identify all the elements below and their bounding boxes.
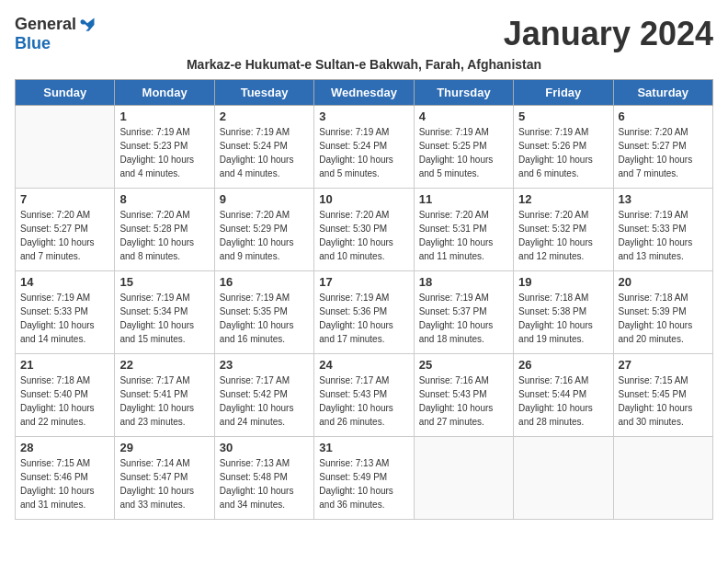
page-container: General Blue January 2024 Markaz-e Hukum… (15, 15, 713, 520)
day-number: 26 (518, 358, 608, 372)
day-cell: 31Sunrise: 7:13 AM Sunset: 5:49 PM Dayli… (314, 437, 414, 520)
day-number: 22 (119, 358, 209, 372)
week-row-2: 7Sunrise: 7:20 AM Sunset: 5:27 PM Daylig… (16, 189, 713, 271)
day-number: 21 (20, 358, 109, 372)
week-row-4: 21Sunrise: 7:18 AM Sunset: 5:40 PM Dayli… (16, 354, 713, 437)
day-cell (613, 437, 712, 520)
month-title: January 2024 (504, 15, 713, 53)
day-cell: 21Sunrise: 7:18 AM Sunset: 5:40 PM Dayli… (16, 354, 115, 437)
day-cell: 5Sunrise: 7:19 AM Sunset: 5:26 PM Daylig… (514, 106, 613, 189)
day-info: Sunrise: 7:19 AM Sunset: 5:25 PM Dayligh… (419, 125, 508, 180)
calendar-header: Sunday Monday Tuesday Wednesday Thursday… (16, 80, 713, 106)
logo-blue-text: Blue (15, 34, 51, 53)
day-number: 13 (619, 192, 708, 206)
day-number: 28 (20, 441, 109, 454)
day-cell: 17Sunrise: 7:19 AM Sunset: 5:36 PM Dayli… (314, 271, 414, 354)
col-tuesday: Tuesday (214, 80, 313, 106)
day-info: Sunrise: 7:19 AM Sunset: 5:26 PM Dayligh… (518, 125, 608, 180)
day-number: 17 (319, 275, 408, 289)
day-cell: 27Sunrise: 7:15 AM Sunset: 5:45 PM Dayli… (613, 354, 712, 437)
day-number: 14 (20, 275, 109, 289)
day-number: 3 (319, 109, 408, 123)
day-info: Sunrise: 7:19 AM Sunset: 5:33 PM Dayligh… (619, 208, 708, 263)
subtitle: Markaz-e Hukumat-e Sultan-e Bakwah, Fara… (15, 57, 713, 72)
day-info: Sunrise: 7:19 AM Sunset: 5:36 PM Dayligh… (319, 291, 408, 346)
day-number: 9 (220, 192, 309, 206)
day-number: 29 (119, 441, 209, 454)
day-cell: 16Sunrise: 7:19 AM Sunset: 5:35 PM Dayli… (214, 271, 313, 354)
header-row: Sunday Monday Tuesday Wednesday Thursday… (16, 80, 713, 106)
day-cell (414, 437, 513, 520)
day-cell: 7Sunrise: 7:20 AM Sunset: 5:27 PM Daylig… (16, 189, 115, 271)
day-cell: 24Sunrise: 7:17 AM Sunset: 5:43 PM Dayli… (314, 354, 414, 437)
day-cell: 20Sunrise: 7:18 AM Sunset: 5:39 PM Dayli… (613, 271, 712, 354)
day-cell (514, 437, 613, 520)
day-cell: 3Sunrise: 7:19 AM Sunset: 5:24 PM Daylig… (314, 106, 414, 189)
day-info: Sunrise: 7:16 AM Sunset: 5:44 PM Dayligh… (518, 373, 608, 429)
day-number: 23 (220, 358, 309, 372)
day-cell: 11Sunrise: 7:20 AM Sunset: 5:31 PM Dayli… (414, 189, 513, 271)
logo-general-text: General (15, 15, 76, 34)
calendar-table: Sunday Monday Tuesday Wednesday Thursday… (15, 79, 713, 520)
day-number: 25 (419, 358, 508, 372)
day-info: Sunrise: 7:19 AM Sunset: 5:23 PM Dayligh… (119, 125, 209, 180)
day-cell: 25Sunrise: 7:16 AM Sunset: 5:43 PM Dayli… (414, 354, 513, 437)
day-cell: 10Sunrise: 7:20 AM Sunset: 5:30 PM Dayli… (314, 189, 414, 271)
day-cell: 18Sunrise: 7:19 AM Sunset: 5:37 PM Dayli… (414, 271, 513, 354)
day-number: 8 (119, 192, 209, 206)
day-number: 6 (619, 109, 708, 123)
day-info: Sunrise: 7:17 AM Sunset: 5:42 PM Dayligh… (220, 373, 309, 429)
day-info: Sunrise: 7:19 AM Sunset: 5:35 PM Dayligh… (220, 291, 309, 346)
week-row-1: 1Sunrise: 7:19 AM Sunset: 5:23 PM Daylig… (16, 106, 713, 189)
day-info: Sunrise: 7:16 AM Sunset: 5:43 PM Dayligh… (419, 373, 508, 429)
day-number: 27 (619, 358, 708, 372)
day-number: 5 (518, 109, 608, 123)
col-friday: Friday (514, 80, 613, 106)
day-cell (16, 106, 115, 189)
day-info: Sunrise: 7:20 AM Sunset: 5:27 PM Dayligh… (619, 125, 708, 180)
day-cell: 29Sunrise: 7:14 AM Sunset: 5:47 PM Dayli… (115, 437, 214, 520)
day-info: Sunrise: 7:19 AM Sunset: 5:24 PM Dayligh… (220, 125, 309, 180)
day-cell: 15Sunrise: 7:19 AM Sunset: 5:34 PM Dayli… (115, 271, 214, 354)
header: General Blue January 2024 (15, 15, 713, 53)
day-info: Sunrise: 7:18 AM Sunset: 5:39 PM Dayligh… (619, 291, 708, 346)
day-info: Sunrise: 7:15 AM Sunset: 5:46 PM Dayligh… (20, 456, 109, 511)
day-cell: 26Sunrise: 7:16 AM Sunset: 5:44 PM Dayli… (514, 354, 613, 437)
day-cell: 12Sunrise: 7:20 AM Sunset: 5:32 PM Dayli… (514, 189, 613, 271)
day-cell: 8Sunrise: 7:20 AM Sunset: 5:28 PM Daylig… (115, 189, 214, 271)
day-info: Sunrise: 7:20 AM Sunset: 5:32 PM Dayligh… (518, 208, 608, 263)
calendar-body: 1Sunrise: 7:19 AM Sunset: 5:23 PM Daylig… (16, 106, 713, 520)
day-cell: 9Sunrise: 7:20 AM Sunset: 5:29 PM Daylig… (214, 189, 313, 271)
col-monday: Monday (115, 80, 214, 106)
day-number: 1 (119, 109, 209, 123)
day-info: Sunrise: 7:20 AM Sunset: 5:28 PM Dayligh… (119, 208, 209, 263)
logo-text: General (15, 15, 97, 34)
day-info: Sunrise: 7:20 AM Sunset: 5:29 PM Dayligh… (220, 208, 309, 263)
day-number: 7 (20, 192, 109, 206)
day-info: Sunrise: 7:19 AM Sunset: 5:34 PM Dayligh… (119, 291, 209, 346)
col-wednesday: Wednesday (314, 80, 414, 106)
day-cell: 2Sunrise: 7:19 AM Sunset: 5:24 PM Daylig… (214, 106, 313, 189)
week-row-3: 14Sunrise: 7:19 AM Sunset: 5:33 PM Dayli… (16, 271, 713, 354)
day-info: Sunrise: 7:17 AM Sunset: 5:41 PM Dayligh… (119, 373, 209, 429)
day-number: 31 (319, 441, 408, 454)
day-number: 18 (419, 275, 508, 289)
col-thursday: Thursday (414, 80, 513, 106)
day-cell: 6Sunrise: 7:20 AM Sunset: 5:27 PM Daylig… (613, 106, 712, 189)
logo-bird-icon (78, 16, 97, 34)
logo: General Blue (15, 15, 97, 53)
day-info: Sunrise: 7:18 AM Sunset: 5:38 PM Dayligh… (518, 291, 608, 346)
day-number: 20 (619, 275, 708, 289)
day-info: Sunrise: 7:20 AM Sunset: 5:31 PM Dayligh… (419, 208, 508, 263)
day-cell: 23Sunrise: 7:17 AM Sunset: 5:42 PM Dayli… (214, 354, 313, 437)
day-info: Sunrise: 7:20 AM Sunset: 5:27 PM Dayligh… (20, 208, 109, 263)
day-cell: 1Sunrise: 7:19 AM Sunset: 5:23 PM Daylig… (115, 106, 214, 189)
day-number: 19 (518, 275, 608, 289)
day-info: Sunrise: 7:20 AM Sunset: 5:30 PM Dayligh… (319, 208, 408, 263)
day-info: Sunrise: 7:19 AM Sunset: 5:24 PM Dayligh… (319, 125, 408, 180)
col-sunday: Sunday (16, 80, 115, 106)
day-cell: 4Sunrise: 7:19 AM Sunset: 5:25 PM Daylig… (414, 106, 513, 189)
day-info: Sunrise: 7:17 AM Sunset: 5:43 PM Dayligh… (319, 373, 408, 429)
day-cell: 13Sunrise: 7:19 AM Sunset: 5:33 PM Dayli… (613, 189, 712, 271)
day-info: Sunrise: 7:19 AM Sunset: 5:33 PM Dayligh… (20, 291, 109, 346)
